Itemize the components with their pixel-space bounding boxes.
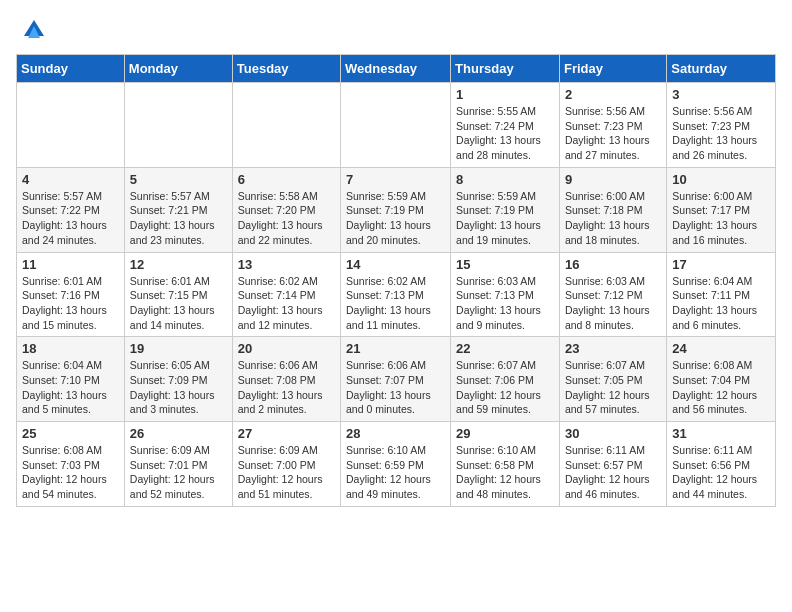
calendar-header-row: Sunday Monday Tuesday Wednesday Thursday… <box>17 55 776 83</box>
table-row: 13Sunrise: 6:02 AM Sunset: 7:14 PM Dayli… <box>232 252 340 337</box>
cell-content: Sunrise: 6:08 AM Sunset: 7:03 PM Dayligh… <box>22 443 119 502</box>
calendar-week-row: 25Sunrise: 6:08 AM Sunset: 7:03 PM Dayli… <box>17 422 776 507</box>
table-row: 22Sunrise: 6:07 AM Sunset: 7:06 PM Dayli… <box>451 337 560 422</box>
day-number: 26 <box>130 426 227 441</box>
cell-content: Sunrise: 6:08 AM Sunset: 7:04 PM Dayligh… <box>672 358 770 417</box>
table-row: 10Sunrise: 6:00 AM Sunset: 7:17 PM Dayli… <box>667 167 776 252</box>
cell-content: Sunrise: 5:58 AM Sunset: 7:20 PM Dayligh… <box>238 189 335 248</box>
day-number: 30 <box>565 426 661 441</box>
logo <box>16 16 48 44</box>
table-row: 5Sunrise: 5:57 AM Sunset: 7:21 PM Daylig… <box>124 167 232 252</box>
table-row: 28Sunrise: 6:10 AM Sunset: 6:59 PM Dayli… <box>341 422 451 507</box>
day-number: 1 <box>456 87 554 102</box>
table-row: 11Sunrise: 6:01 AM Sunset: 7:16 PM Dayli… <box>17 252 125 337</box>
table-row <box>232 83 340 168</box>
cell-content: Sunrise: 6:00 AM Sunset: 7:17 PM Dayligh… <box>672 189 770 248</box>
table-row: 17Sunrise: 6:04 AM Sunset: 7:11 PM Dayli… <box>667 252 776 337</box>
cell-content: Sunrise: 5:59 AM Sunset: 7:19 PM Dayligh… <box>456 189 554 248</box>
day-number: 15 <box>456 257 554 272</box>
table-row: 19Sunrise: 6:05 AM Sunset: 7:09 PM Dayli… <box>124 337 232 422</box>
col-saturday: Saturday <box>667 55 776 83</box>
day-number: 12 <box>130 257 227 272</box>
day-number: 31 <box>672 426 770 441</box>
cell-content: Sunrise: 6:02 AM Sunset: 7:13 PM Dayligh… <box>346 274 445 333</box>
day-number: 19 <box>130 341 227 356</box>
day-number: 18 <box>22 341 119 356</box>
day-number: 11 <box>22 257 119 272</box>
table-row: 15Sunrise: 6:03 AM Sunset: 7:13 PM Dayli… <box>451 252 560 337</box>
day-number: 28 <box>346 426 445 441</box>
cell-content: Sunrise: 6:00 AM Sunset: 7:18 PM Dayligh… <box>565 189 661 248</box>
table-row: 6Sunrise: 5:58 AM Sunset: 7:20 PM Daylig… <box>232 167 340 252</box>
cell-content: Sunrise: 6:09 AM Sunset: 7:00 PM Dayligh… <box>238 443 335 502</box>
col-friday: Friday <box>559 55 666 83</box>
col-sunday: Sunday <box>17 55 125 83</box>
table-row: 20Sunrise: 6:06 AM Sunset: 7:08 PM Dayli… <box>232 337 340 422</box>
day-number: 25 <box>22 426 119 441</box>
cell-content: Sunrise: 6:06 AM Sunset: 7:08 PM Dayligh… <box>238 358 335 417</box>
table-row: 9Sunrise: 6:00 AM Sunset: 7:18 PM Daylig… <box>559 167 666 252</box>
col-monday: Monday <box>124 55 232 83</box>
day-number: 27 <box>238 426 335 441</box>
table-row: 8Sunrise: 5:59 AM Sunset: 7:19 PM Daylig… <box>451 167 560 252</box>
table-row: 27Sunrise: 6:09 AM Sunset: 7:00 PM Dayli… <box>232 422 340 507</box>
cell-content: Sunrise: 5:59 AM Sunset: 7:19 PM Dayligh… <box>346 189 445 248</box>
table-row: 18Sunrise: 6:04 AM Sunset: 7:10 PM Dayli… <box>17 337 125 422</box>
table-row: 29Sunrise: 6:10 AM Sunset: 6:58 PM Dayli… <box>451 422 560 507</box>
cell-content: Sunrise: 6:06 AM Sunset: 7:07 PM Dayligh… <box>346 358 445 417</box>
day-number: 17 <box>672 257 770 272</box>
col-wednesday: Wednesday <box>341 55 451 83</box>
cell-content: Sunrise: 6:03 AM Sunset: 7:12 PM Dayligh… <box>565 274 661 333</box>
day-number: 3 <box>672 87 770 102</box>
calendar-week-row: 4Sunrise: 5:57 AM Sunset: 7:22 PM Daylig… <box>17 167 776 252</box>
cell-content: Sunrise: 6:11 AM Sunset: 6:56 PM Dayligh… <box>672 443 770 502</box>
cell-content: Sunrise: 6:02 AM Sunset: 7:14 PM Dayligh… <box>238 274 335 333</box>
day-number: 23 <box>565 341 661 356</box>
table-row: 12Sunrise: 6:01 AM Sunset: 7:15 PM Dayli… <box>124 252 232 337</box>
cell-content: Sunrise: 6:07 AM Sunset: 7:06 PM Dayligh… <box>456 358 554 417</box>
table-row: 2Sunrise: 5:56 AM Sunset: 7:23 PM Daylig… <box>559 83 666 168</box>
col-tuesday: Tuesday <box>232 55 340 83</box>
table-row: 16Sunrise: 6:03 AM Sunset: 7:12 PM Dayli… <box>559 252 666 337</box>
cell-content: Sunrise: 6:10 AM Sunset: 6:59 PM Dayligh… <box>346 443 445 502</box>
cell-content: Sunrise: 5:55 AM Sunset: 7:24 PM Dayligh… <box>456 104 554 163</box>
cell-content: Sunrise: 5:57 AM Sunset: 7:21 PM Dayligh… <box>130 189 227 248</box>
day-number: 24 <box>672 341 770 356</box>
table-row: 3Sunrise: 5:56 AM Sunset: 7:23 PM Daylig… <box>667 83 776 168</box>
table-row: 25Sunrise: 6:08 AM Sunset: 7:03 PM Dayli… <box>17 422 125 507</box>
day-number: 13 <box>238 257 335 272</box>
cell-content: Sunrise: 5:56 AM Sunset: 7:23 PM Dayligh… <box>672 104 770 163</box>
day-number: 9 <box>565 172 661 187</box>
page-header <box>16 16 776 44</box>
table-row: 1Sunrise: 5:55 AM Sunset: 7:24 PM Daylig… <box>451 83 560 168</box>
cell-content: Sunrise: 6:01 AM Sunset: 7:15 PM Dayligh… <box>130 274 227 333</box>
table-row: 4Sunrise: 5:57 AM Sunset: 7:22 PM Daylig… <box>17 167 125 252</box>
day-number: 20 <box>238 341 335 356</box>
table-row: 24Sunrise: 6:08 AM Sunset: 7:04 PM Dayli… <box>667 337 776 422</box>
calendar-week-row: 1Sunrise: 5:55 AM Sunset: 7:24 PM Daylig… <box>17 83 776 168</box>
table-row: 21Sunrise: 6:06 AM Sunset: 7:07 PM Dayli… <box>341 337 451 422</box>
day-number: 22 <box>456 341 554 356</box>
table-row: 26Sunrise: 6:09 AM Sunset: 7:01 PM Dayli… <box>124 422 232 507</box>
day-number: 4 <box>22 172 119 187</box>
logo-icon <box>20 16 48 44</box>
col-thursday: Thursday <box>451 55 560 83</box>
cell-content: Sunrise: 5:57 AM Sunset: 7:22 PM Dayligh… <box>22 189 119 248</box>
calendar-week-row: 11Sunrise: 6:01 AM Sunset: 7:16 PM Dayli… <box>17 252 776 337</box>
day-number: 7 <box>346 172 445 187</box>
table-row: 31Sunrise: 6:11 AM Sunset: 6:56 PM Dayli… <box>667 422 776 507</box>
day-number: 5 <box>130 172 227 187</box>
day-number: 29 <box>456 426 554 441</box>
table-row <box>124 83 232 168</box>
day-number: 14 <box>346 257 445 272</box>
cell-content: Sunrise: 6:04 AM Sunset: 7:11 PM Dayligh… <box>672 274 770 333</box>
cell-content: Sunrise: 6:11 AM Sunset: 6:57 PM Dayligh… <box>565 443 661 502</box>
cell-content: Sunrise: 5:56 AM Sunset: 7:23 PM Dayligh… <box>565 104 661 163</box>
day-number: 6 <box>238 172 335 187</box>
cell-content: Sunrise: 6:07 AM Sunset: 7:05 PM Dayligh… <box>565 358 661 417</box>
day-number: 16 <box>565 257 661 272</box>
table-row <box>341 83 451 168</box>
table-row: 23Sunrise: 6:07 AM Sunset: 7:05 PM Dayli… <box>559 337 666 422</box>
table-row: 30Sunrise: 6:11 AM Sunset: 6:57 PM Dayli… <box>559 422 666 507</box>
table-row <box>17 83 125 168</box>
